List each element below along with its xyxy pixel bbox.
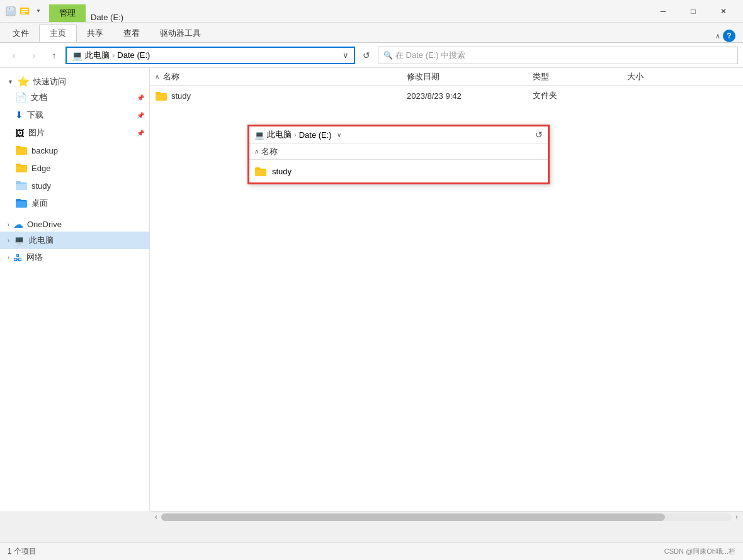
study-label: study <box>31 181 144 191</box>
horizontal-scrollbar[interactable]: ‹ › <box>150 511 743 522</box>
quick-access-label: 快速访问 <box>33 76 66 87</box>
file-type-cell: 文件夹 <box>533 90 627 101</box>
content-area: ∧ 名称 修改日期 类型 大小 study 2023/8/23 9:4 <box>150 68 743 511</box>
watermark: CSDN @阿康Oh哦...栏 <box>664 547 735 556</box>
sidebar-item-pictures[interactable]: 🖼 图片 📌 <box>0 124 149 142</box>
desktop-label: 桌面 <box>31 198 144 209</box>
sidebar-item-edge[interactable]: Edge <box>0 159 149 177</box>
forward-button[interactable]: › <box>25 47 43 64</box>
popup-address-drive: Date (E:) <box>299 130 332 140</box>
pictures-label: 图片 <box>28 127 133 138</box>
scrollbar-thumb[interactable] <box>161 513 665 521</box>
up-button[interactable]: ↑ <box>45 47 63 64</box>
scrollbar-track[interactable] <box>161 513 732 521</box>
thispc-label: 此电脑 <box>29 235 144 246</box>
popup-refresh-button[interactable]: ↺ <box>535 130 543 140</box>
popup-col-headers: ∧ 名称 <box>249 143 548 160</box>
undo-icon[interactable] <box>19 6 30 17</box>
nav-bar: ‹ › ↑ 💻 此电脑 › Date (E:) ∨ ↺ 🔍 在 Date (E:… <box>0 43 743 68</box>
search-bar[interactable]: 🔍 在 Date (E:) 中搜索 <box>378 47 738 64</box>
title-bar-controls: ─ □ ✕ <box>649 1 738 21</box>
network-icon: 🖧 <box>13 252 23 263</box>
close-button[interactable]: ✕ <box>709 1 738 21</box>
sidebar-item-backup[interactable]: backup <box>0 142 149 159</box>
address-bar[interactable]: 💻 此电脑 › Date (E:) ∨ <box>65 47 355 64</box>
item-count: 1 个项目 <box>8 546 37 557</box>
documents-icon: 📄 <box>15 92 27 103</box>
col-header-type[interactable]: 类型 <box>533 71 627 82</box>
sidebar-item-downloads[interactable]: ⬇ 下载 📌 <box>0 106 149 124</box>
popup-address-dropdown[interactable]: ∨ <box>337 132 341 138</box>
search-placeholder: 在 Date (E:) 中搜索 <box>395 50 465 61</box>
address-part1: 此电脑 <box>85 50 110 61</box>
popup-address-drive-icon: 💻 <box>254 130 264 140</box>
address-content: 此电脑 › Date (E:) <box>85 50 150 61</box>
svg-rect-7 <box>21 13 25 14</box>
help-button[interactable]: ? <box>723 30 735 42</box>
backup-label: backup <box>31 146 144 155</box>
ribbon-collapse-button[interactable]: ∧ <box>715 32 720 40</box>
file-row-study[interactable]: study 2023/8/23 9:42 文件夹 <box>150 86 743 106</box>
title-bar: ▼ 管理 Date (E:) ─ □ ✕ <box>0 0 743 23</box>
popup-address-pc: 此电脑 <box>267 129 292 140</box>
popup-folder-name: study <box>272 167 292 176</box>
sidebar: ▼ ⭐ 快速访问 📄 文档 📌 ⬇ 下载 📌 🖼 图片 📌 <box>0 68 150 511</box>
sidebar-onedrive[interactable]: › ☁ OneDrive <box>0 216 149 232</box>
sort-indicator: ∧ <box>155 73 159 80</box>
popup-address-sep1: › <box>294 131 297 138</box>
sidebar-item-documents[interactable]: 📄 文档 📌 <box>0 89 149 106</box>
file-name-cell: study <box>155 91 407 101</box>
scroll-left-button[interactable]: ‹ <box>151 512 161 522</box>
minimize-button[interactable]: ─ <box>649 1 678 21</box>
downloads-pin-icon: 📌 <box>137 112 144 119</box>
popup-file-row-study[interactable]: study <box>249 160 548 182</box>
address-dropdown-button[interactable]: ∨ <box>343 50 349 60</box>
sidebar-network[interactable]: › 🖧 网络 <box>0 249 149 264</box>
window-title: Date (E:) <box>86 13 649 22</box>
svg-rect-3 <box>9 8 10 9</box>
scroll-right-button[interactable]: › <box>732 512 742 522</box>
pictures-pin-icon: 📌 <box>137 130 144 137</box>
back-button[interactable]: ‹ <box>5 47 23 64</box>
svg-rect-2 <box>8 11 14 15</box>
col-type-label: 类型 <box>533 71 549 82</box>
documents-pin-icon: 📌 <box>137 94 144 101</box>
sidebar-item-desktop[interactable]: 桌面 <box>0 194 149 212</box>
tab-view[interactable]: 查看 <box>113 25 150 42</box>
search-icon: 🔍 <box>383 51 393 60</box>
sidebar-quick-access-header[interactable]: ▼ ⭐ 快速访问 <box>0 73 149 89</box>
pictures-icon: 🖼 <box>15 128 25 138</box>
onedrive-expand-icon: › <box>8 221 9 228</box>
refresh-button[interactable]: ↺ <box>358 47 375 64</box>
file-date-cell: 2023/8/23 9:42 <box>407 91 533 101</box>
ribbon-tabs: 文件 主页 共享 查看 驱动器工具 ∧ ? <box>0 23 743 43</box>
thispc-icon: 💻 <box>13 235 25 246</box>
tab-manage[interactable]: 管理 <box>49 4 86 22</box>
study-folder-icon <box>15 180 28 192</box>
status-bar: 1 个项目 CSDN @阿康Oh哦...栏 <box>0 542 743 560</box>
address-bar-pc-icon: 💻 <box>72 50 82 60</box>
popup-col-name-label: 名称 <box>261 146 543 157</box>
address-sep: › <box>112 50 115 60</box>
edge-folder-icon <box>15 162 28 174</box>
save-icon[interactable] <box>5 6 16 17</box>
column-headers: ∧ 名称 修改日期 类型 大小 <box>150 68 743 86</box>
col-header-date[interactable]: 修改日期 <box>407 71 533 82</box>
sidebar-item-thispc[interactable]: › 💻 此电脑 <box>0 232 149 249</box>
popup-header: 💻 此电脑 › Date (E:) ∨ ↺ <box>249 126 548 143</box>
sidebar-item-study[interactable]: study <box>0 177 149 194</box>
dropdown-icon[interactable]: ▼ <box>33 6 44 17</box>
tab-file[interactable]: 文件 <box>3 25 39 42</box>
network-label: 网络 <box>26 252 43 263</box>
tab-share[interactable]: 共享 <box>77 25 113 42</box>
title-bar-icons: ▼ <box>5 6 44 17</box>
edge-label: Edge <box>31 164 144 173</box>
tab-driver-tools[interactable]: 驱动器工具 <box>150 25 211 42</box>
tab-home[interactable]: 主页 <box>39 25 77 42</box>
svg-rect-5 <box>21 9 28 10</box>
col-header-name[interactable]: ∧ 名称 <box>155 71 407 82</box>
maximize-button[interactable]: □ <box>679 1 708 21</box>
address-part2: Date (E:) <box>117 50 150 60</box>
col-header-size[interactable]: 大小 <box>627 71 690 82</box>
col-size-label: 大小 <box>627 71 644 82</box>
